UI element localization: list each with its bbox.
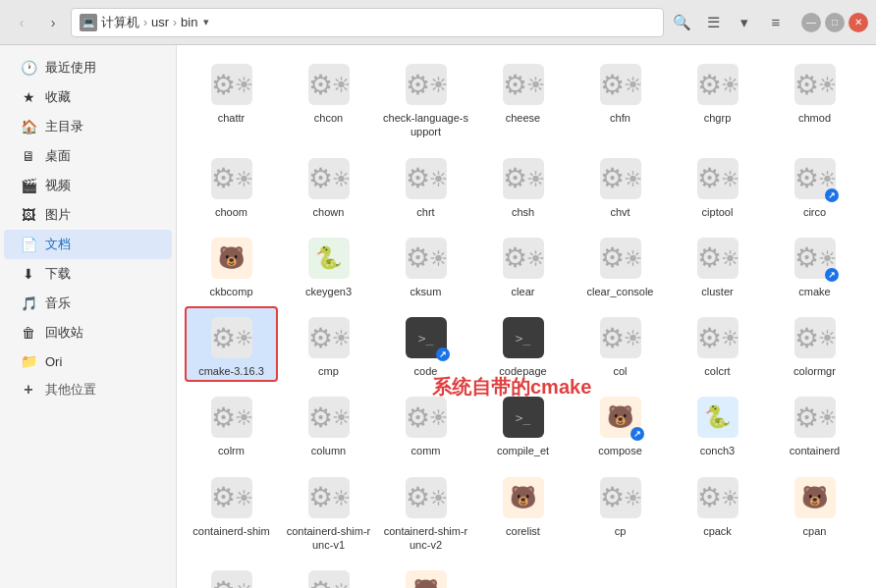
file-item[interactable]: check-language-support bbox=[379, 53, 472, 143]
sidebar-item-download[interactable]: ⬇ 下载 bbox=[4, 259, 172, 289]
file-item[interactable]: comm bbox=[379, 386, 472, 461]
breadcrumb-bin[interactable]: bin bbox=[181, 15, 197, 29]
trash-label: 回收站 bbox=[45, 324, 83, 342]
file-name: cheese bbox=[506, 111, 540, 125]
file-item[interactable]: choom bbox=[185, 147, 278, 223]
sidebar-item-desktop[interactable]: 🖥 桌面 bbox=[4, 141, 172, 171]
file-item[interactable]: clear bbox=[476, 227, 570, 302]
sidebar-item-bookmarks[interactable]: ★ 收藏 bbox=[4, 82, 172, 112]
file-item[interactable]: >_codepage bbox=[476, 306, 570, 382]
file-item[interactable]: cmp bbox=[282, 306, 375, 382]
forward-button[interactable]: › bbox=[39, 9, 67, 36]
file-item[interactable]: 🐍conch3 bbox=[671, 386, 764, 461]
file-item[interactable]: chvt bbox=[574, 147, 667, 223]
maximize-button[interactable]: □ bbox=[825, 13, 845, 32]
file-item[interactable]: chcon bbox=[282, 53, 375, 143]
titlebar-right: 🔍 ☰ ▾ ≡ bbox=[668, 9, 790, 36]
main-area: 🕐 最近使用 ★ 收藏 🏠 主目录 🖥 桌面 🎬 视频 🖼 图片 📄 文档 ⬇ bbox=[0, 45, 876, 588]
file-name: chvt bbox=[610, 205, 630, 219]
file-item[interactable]: 🐻ckbcomp bbox=[185, 227, 278, 302]
titlebar: ‹ › 💻 计算机 › usr › bin ▾ 🔍 ☰ ▾ ≡ — □ ✕ bbox=[0, 0, 876, 45]
file-name: containerd-shim-runc-v1 bbox=[286, 524, 371, 553]
menu-button[interactable]: ≡ bbox=[762, 9, 790, 36]
file-item[interactable]: cksum bbox=[379, 227, 472, 302]
file-item[interactable]: cp bbox=[574, 466, 667, 557]
file-item[interactable]: 🐻?3 bbox=[379, 560, 472, 588]
sidebar-item-video[interactable]: 🎬 视频 bbox=[4, 171, 172, 200]
file-item[interactable]: 🐻corelist bbox=[476, 466, 570, 557]
file-name: cmake bbox=[798, 285, 830, 298]
back-button[interactable]: ‹ bbox=[8, 9, 35, 36]
file-item[interactable]: >_compile_et bbox=[476, 386, 570, 461]
file-grid: chattrchconcheck-language-supportcheesec… bbox=[177, 45, 876, 588]
file-item[interactable]: 🐍ckeygen3 bbox=[282, 227, 375, 302]
file-item[interactable]: cmake-3.16.3 bbox=[185, 306, 278, 382]
close-button[interactable]: ✕ bbox=[849, 13, 868, 32]
file-name: column bbox=[311, 444, 346, 457]
file-name: check-language-support bbox=[383, 111, 468, 139]
file-item[interactable]: chown bbox=[282, 147, 375, 223]
file-name: choom bbox=[215, 205, 247, 219]
file-item[interactable]: colormgr bbox=[768, 306, 861, 382]
file-name: colrm bbox=[218, 444, 245, 457]
recent-icon: 🕐 bbox=[20, 60, 37, 76]
file-item[interactable]: cpack bbox=[671, 466, 764, 557]
file-name: corelist bbox=[506, 524, 540, 538]
file-name: chattr bbox=[218, 111, 246, 125]
breadcrumb-computer[interactable]: 💻 计算机 bbox=[80, 14, 139, 31]
view-dropdown-button[interactable]: ▾ bbox=[731, 9, 758, 36]
sidebar-item-ori[interactable]: 📁 Ori bbox=[4, 347, 172, 375]
file-item[interactable]: clear_console bbox=[574, 227, 667, 302]
download-label: 下载 bbox=[45, 265, 71, 283]
minimize-button[interactable]: — bbox=[801, 13, 821, 32]
file-item[interactable]: ?2 bbox=[282, 560, 375, 588]
file-item[interactable]: chsh bbox=[476, 147, 570, 223]
file-item[interactable]: chrt bbox=[379, 147, 472, 223]
file-item[interactable]: ↗circo bbox=[768, 147, 861, 223]
file-item[interactable]: cluster bbox=[671, 227, 764, 302]
file-item[interactable]: chmod bbox=[768, 53, 861, 143]
file-item[interactable]: colrm bbox=[185, 386, 278, 461]
file-item[interactable]: >_↗code bbox=[379, 306, 472, 382]
window-controls: — □ ✕ bbox=[801, 13, 868, 32]
sidebar-item-recent[interactable]: 🕐 最近使用 bbox=[4, 53, 172, 82]
file-item[interactable]: cheese bbox=[476, 53, 570, 143]
sidebar-item-doc[interactable]: 📄 文档 bbox=[4, 230, 172, 259]
ori-label: Ori bbox=[45, 354, 62, 369]
file-item[interactable]: chattr bbox=[185, 53, 278, 143]
file-item[interactable]: containerd-shim bbox=[185, 466, 278, 557]
file-name: ckeygen3 bbox=[305, 285, 352, 298]
sidebar-item-picture[interactable]: 🖼 图片 bbox=[4, 200, 172, 230]
file-name: cpack bbox=[703, 524, 732, 538]
file-item[interactable]: 🐻↗compose bbox=[574, 386, 667, 461]
sidebar-item-other[interactable]: + 其他位置 bbox=[4, 375, 172, 404]
view-list-button[interactable]: ☰ bbox=[699, 9, 727, 36]
file-item[interactable]: ciptool bbox=[671, 147, 764, 223]
sidebar-item-home[interactable]: 🏠 主目录 bbox=[4, 112, 172, 141]
file-name: ciptool bbox=[702, 205, 734, 219]
file-item[interactable]: ↗cmake bbox=[768, 227, 861, 302]
file-item[interactable]: ?1 bbox=[185, 560, 278, 588]
breadcrumb-usr[interactable]: usr bbox=[151, 15, 169, 29]
file-item[interactable]: chfn bbox=[574, 53, 667, 143]
home-icon: 🏠 bbox=[20, 119, 37, 134]
file-item[interactable]: containerd-shim-runc-v2 bbox=[379, 466, 472, 557]
sidebar: 🕐 最近使用 ★ 收藏 🏠 主目录 🖥 桌面 🎬 视频 🖼 图片 📄 文档 ⬇ bbox=[0, 45, 177, 588]
file-item[interactable]: 🐻cpan bbox=[768, 466, 861, 557]
music-icon: 🎵 bbox=[20, 295, 37, 311]
other-label: 其他位置 bbox=[45, 381, 96, 399]
file-item[interactable]: col bbox=[574, 306, 667, 382]
file-name: circo bbox=[803, 205, 826, 219]
sidebar-item-music[interactable]: 🎵 音乐 bbox=[4, 289, 172, 318]
search-button[interactable]: 🔍 bbox=[668, 9, 695, 36]
recent-label: 最近使用 bbox=[45, 59, 96, 77]
breadcrumb-dropdown-button[interactable]: ▾ bbox=[201, 16, 211, 28]
file-item[interactable]: column bbox=[282, 386, 375, 461]
file-name: containerd-shim-runc-v2 bbox=[383, 524, 468, 553]
file-name: cmake-3.16.3 bbox=[198, 364, 264, 378]
file-item[interactable]: colcrt bbox=[671, 306, 764, 382]
file-item[interactable]: containerd-shim-runc-v1 bbox=[282, 466, 375, 557]
sidebar-item-trash[interactable]: 🗑 回收站 bbox=[4, 318, 172, 347]
file-item[interactable]: chgrp bbox=[671, 53, 764, 143]
file-item[interactable]: containerd bbox=[768, 386, 861, 461]
